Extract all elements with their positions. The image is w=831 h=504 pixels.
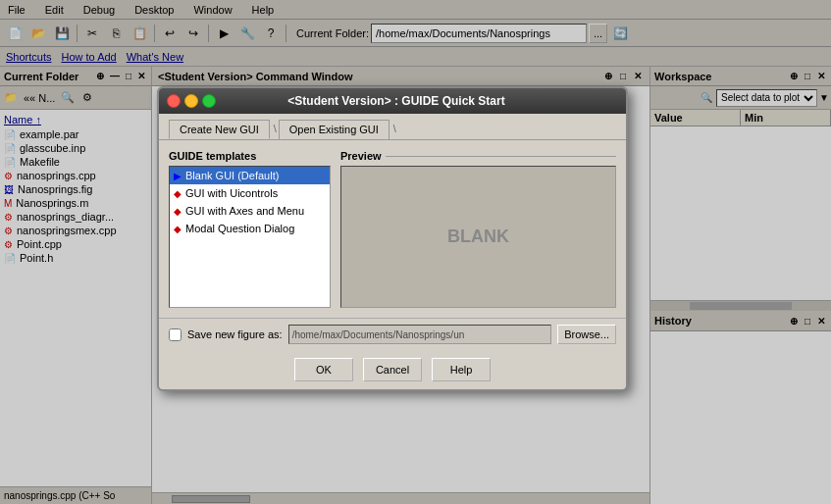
tab-create-new-gui[interactable]: Create New GUI (169, 120, 270, 139)
dialog-maximize-btn[interactable] (202, 94, 216, 108)
save-checkbox[interactable] (169, 328, 182, 341)
preview-divider (386, 156, 616, 157)
template-icon-axes: ◆ (174, 206, 182, 217)
save-browse-btn[interactable]: Browse... (557, 325, 616, 344)
dialog-window-buttons (167, 94, 216, 108)
dialog-minimize-btn[interactable] (184, 94, 198, 108)
cancel-button[interactable]: Cancel (363, 358, 422, 381)
dialog-tabs: Create New GUI \ Open Existing GUI \ (159, 114, 626, 140)
preview-blank-text: BLANK (447, 227, 509, 247)
template-blank-gui[interactable]: ▶ Blank GUI (Default) (170, 167, 330, 184)
dialog-close-btn[interactable] (167, 94, 181, 108)
guide-dialog: <Student Version> : GUIDE Quick Start Cr… (157, 86, 628, 391)
template-uicontrols[interactable]: ◆ GUI with Uicontrols (170, 184, 330, 202)
save-path-display: /home/max/Documents/Nanosprings/un (288, 325, 552, 344)
templates-section: GUIDE templates ▶ Blank GUI (Default) ◆ … (169, 150, 331, 308)
templates-list: ▶ Blank GUI (Default) ◆ GUI with Uicontr… (169, 166, 331, 308)
template-modal-dialog[interactable]: ◆ Modal Question Dialog (170, 220, 330, 237)
tab-separator2: \ (391, 120, 398, 139)
dialog-titlebar: <Student Version> : GUIDE Quick Start (159, 88, 626, 114)
template-icon-modal: ◆ (174, 224, 182, 234)
preview-section: Preview BLANK (340, 150, 616, 308)
template-name-axes: GUI with Axes and Menu (185, 205, 304, 217)
template-icon-blank: ▶ (174, 171, 182, 181)
dialog-content: GUIDE templates ▶ Blank GUI (Default) ◆ … (159, 140, 626, 318)
tab-separator: \ (272, 120, 279, 139)
preview-label: Preview (340, 150, 382, 162)
tab-open-existing-gui[interactable]: Open Existing GUI (279, 120, 390, 139)
save-checkbox-label: Save new figure as: (187, 328, 283, 340)
templates-label: GUIDE templates (169, 150, 331, 162)
modal-overlay: <Student Version> : GUIDE Quick Start Cr… (0, 0, 831, 504)
template-icon-uicontrols: ◆ (174, 188, 182, 199)
template-name-uicontrols: GUI with Uicontrols (185, 187, 278, 199)
template-name-blank: Blank GUI (Default) (185, 170, 279, 181)
template-axes-menu[interactable]: ◆ GUI with Axes and Menu (170, 202, 330, 220)
dialog-title: <Student Version> : GUIDE Quick Start (287, 94, 504, 108)
ok-button[interactable]: OK (294, 358, 353, 381)
template-name-modal: Modal Question Dialog (185, 223, 294, 234)
dialog-save-row: Save new figure as: /home/max/Documents/… (159, 318, 626, 350)
dialog-footer: OK Cancel Help (159, 350, 626, 389)
preview-box: BLANK (340, 166, 616, 308)
help-button[interactable]: Help (432, 358, 491, 381)
